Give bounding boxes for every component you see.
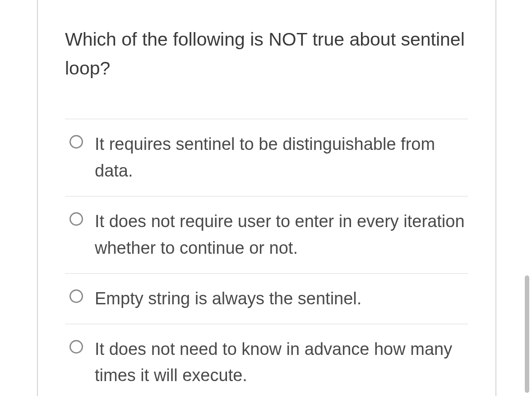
option-label: Empty string is always the sentinel. (95, 285, 361, 312)
question-card: Which of the following is NOT true about… (38, 0, 495, 396)
radio-icon (69, 212, 83, 226)
option-row[interactable]: It requires sentinel to be distinguishab… (65, 119, 468, 196)
radio-icon (69, 289, 83, 303)
scrollbar-thumb[interactable] (525, 275, 529, 393)
option-label: It requires sentinel to be distinguishab… (95, 131, 468, 184)
option-label: It does not need to know in advance how … (95, 336, 468, 389)
radio-icon (69, 135, 83, 149)
option-row[interactable]: It does not need to know in advance how … (65, 324, 468, 396)
question-prompt: Which of the following is NOT true about… (65, 25, 468, 83)
option-row[interactable]: It does not require user to enter in eve… (65, 196, 468, 274)
card-border-right (495, 0, 496, 396)
radio-icon (69, 340, 83, 354)
options-list: It requires sentinel to be distinguishab… (65, 119, 468, 396)
option-row[interactable]: Empty string is always the sentinel. (65, 274, 468, 324)
option-label: It does not require user to enter in eve… (95, 208, 468, 261)
